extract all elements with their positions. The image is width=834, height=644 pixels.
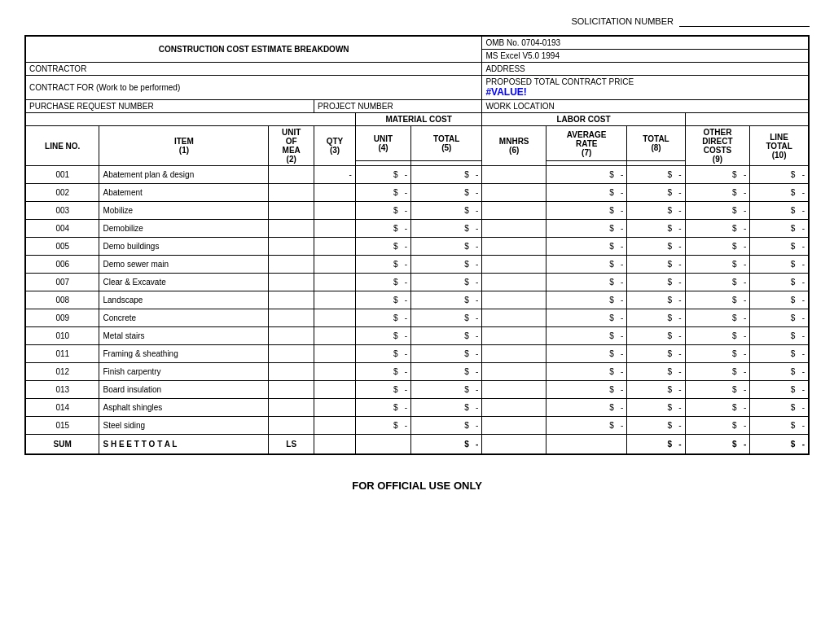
contract-for-label: CONTRACT FOR (Work to be performed) (29, 83, 180, 92)
sum-mat-unit (355, 435, 410, 454)
address-label: ADDRESS (485, 64, 525, 73)
col-labor-total: TOTAL (8) (627, 126, 685, 161)
table-row: 007 Clear & Excavate $ - $ - $ - $ - $ -… (25, 274, 809, 291)
sum-line-total: $ - (750, 435, 809, 454)
table-row: 015 Steel siding $ - $ - $ - $ - $ - $ - (25, 417, 809, 435)
mat-total-001: $ - (411, 166, 482, 184)
col-item: ITEM (1) (99, 126, 269, 166)
table-row: 002 Abatement $ - $ - $ - $ - $ - $ - (25, 184, 809, 202)
sum-other: $ - (685, 435, 750, 454)
table-row: 011 Framing & sheathing $ - $ - $ - $ - … (25, 345, 809, 363)
col-line-total: LINE TOTAL (10) (750, 126, 809, 166)
col-other-direct: OTHER DIRECT COSTS (9) (685, 126, 750, 166)
omb-info: OMB No. 0704-0193 (482, 36, 809, 50)
spacer-right (685, 113, 809, 126)
labor-total-001: $ - (627, 166, 685, 184)
excel-version: MS Excel V5.0 1994 (485, 51, 805, 60)
sum-qty (314, 435, 356, 454)
footer-text: FOR OFFICIAL USE ONLY (24, 480, 810, 492)
uom-001 (269, 166, 314, 184)
sum-avg-rate (546, 435, 627, 454)
contractor-cell: CONTRACTOR (25, 63, 482, 76)
contractor-label: CONTRACTOR (29, 64, 86, 73)
col-mat-unit: UNIT (4) (355, 126, 410, 161)
table-row: 006 Demo sewer main $ - $ - $ - $ - $ - … (25, 256, 809, 274)
sum-mnhrs (482, 435, 546, 454)
table-row: 014 Asphalt shingles $ - $ - $ - $ - $ -… (25, 399, 809, 417)
table-row: 005 Demo buildings $ - $ - $ - $ - $ - $… (25, 238, 809, 256)
table-row: 003 Mobilize $ - $ - $ - $ - $ - $ - (25, 202, 809, 220)
col-line-no: LINE NO. (25, 126, 99, 166)
table-row: 013 Board insulation $ - $ - $ - $ - $ -… (25, 381, 809, 399)
sum-labor-total: $ - (627, 435, 685, 454)
contract-for-cell: CONTRACT FOR (Work to be performed) (25, 76, 482, 100)
sum-label: SUM (25, 435, 99, 454)
proposed-total-cell: PROPOSED TOTAL CONTRACT PRICE #VALUE! (482, 76, 809, 100)
table-row: 001 Abatement plan & design - $ - $ - $ … (25, 166, 809, 184)
table-row: 008 Landscape $ - $ - $ - $ - $ - $ - (25, 291, 809, 309)
solicitation-line (679, 16, 810, 27)
solicitation-label: SOLICITATION NUMBER (571, 16, 674, 26)
solicitation-row: SOLICITATION NUMBER (24, 16, 810, 27)
col-mnhrs: MNHRS (6) (482, 126, 546, 166)
work-location-label: WORK LOCATION (485, 102, 554, 111)
sum-mat-total: $ - (411, 435, 482, 454)
avg-rate-001: $ - (546, 166, 627, 184)
spacer-left (25, 113, 355, 126)
other-001: $ - (685, 166, 750, 184)
purchase-request-cell: PURCHASE REQUEST NUMBER (25, 100, 314, 113)
excel-info: MS Excel V5.0 1994 (482, 50, 809, 63)
sum-unit: LS (269, 435, 314, 454)
table-title: CONSTRUCTION COST ESTIMATE BREAKDOWN (25, 36, 482, 63)
main-table: CONSTRUCTION COST ESTIMATE BREAKDOWN OMB… (24, 35, 810, 455)
mnhrs-001 (482, 166, 546, 184)
table-row: 012 Finish carpentry $ - $ - $ - $ - $ -… (25, 363, 809, 381)
col-mat-total: TOTAL (5) (411, 126, 482, 161)
value-error: #VALUE! (485, 86, 805, 98)
omb-number: OMB No. 0704-0193 (485, 38, 805, 47)
mat-unit-001: $ - (355, 166, 410, 184)
table-row: 004 Demobilize $ - $ - $ - $ - $ - $ - (25, 220, 809, 238)
qty-001: - (314, 166, 356, 184)
table-row: 010 Metal stairs $ - $ - $ - $ - $ - $ - (25, 327, 809, 345)
material-cost-header: MATERIAL COST (355, 113, 481, 126)
sum-row: SUM S H E E T T O T A L LS $ - $ - $ - $… (25, 435, 809, 454)
purchase-request-label: PURCHASE REQUEST NUMBER (29, 102, 154, 111)
project-number-cell: PROJECT NUMBER (314, 100, 482, 113)
line-001: 001 (25, 166, 99, 184)
sum-text: S H E E T T O T A L (99, 435, 269, 454)
item-001: Abatement plan & design (99, 166, 269, 184)
col-unit-of-mea: UNIT OF MEA (2) (269, 126, 314, 166)
line-total-001: $ - (750, 166, 809, 184)
proposed-total-label: PROPOSED TOTAL CONTRACT PRICE (485, 77, 805, 86)
labor-cost-header: LABOR COST (482, 113, 685, 126)
work-location-cell: WORK LOCATION (482, 100, 809, 113)
project-number-label: PROJECT NUMBER (318, 102, 393, 111)
col-qty: QTY (3) (314, 126, 356, 166)
table-row: 009 Concrete $ - $ - $ - $ - $ - $ - (25, 309, 809, 327)
address-cell: ADDRESS (482, 63, 809, 76)
col-avg-rate: AVERAGE RATE (7) (546, 126, 627, 161)
